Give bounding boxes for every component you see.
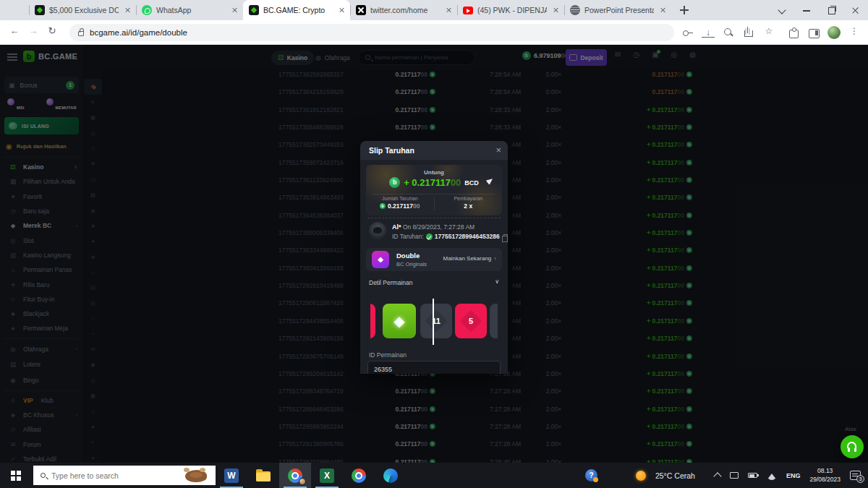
result-marker-line (433, 299, 434, 345)
taskbar-search-input[interactable] (51, 471, 160, 480)
stake-label: Jumlah Taruhan (366, 196, 434, 201)
taskbar-chrome[interactable] (343, 463, 375, 488)
minimize-button[interactable] (794, 0, 819, 20)
forward-button[interactable]: → (26, 25, 41, 36)
taskbar-edge[interactable] (375, 463, 407, 488)
reload-button[interactable]: ↻ (45, 25, 59, 36)
result-tile-dark: 11 (420, 304, 452, 338)
bcgame-promo-favicon (35, 5, 45, 15)
share-icon[interactable] (742, 26, 755, 39)
profile-avatar[interactable] (827, 26, 841, 39)
tray-expand-icon[interactable] (713, 472, 721, 480)
lock-icon (78, 31, 84, 36)
tab-close-icon[interactable] (444, 6, 453, 14)
chrome-icon (352, 468, 366, 483)
game-id-label: ID Permainan (369, 351, 407, 359)
bet-id-label: ID Taruhan: (392, 233, 424, 240)
side-panel-icon[interactable] (807, 26, 820, 39)
tab-close-icon[interactable] (337, 6, 346, 14)
tab-close-icon[interactable] (230, 6, 239, 14)
double-game-icon (372, 251, 389, 268)
game-card[interactable]: Double BC Originals Mainkan Sekarang› (366, 248, 502, 271)
extensions-icon[interactable] (787, 26, 800, 39)
chevron-down-icon[interactable]: ∨ (495, 278, 499, 285)
copy-icon[interactable] (503, 234, 508, 239)
verified-icon (426, 234, 433, 240)
weather-sun-icon (636, 471, 646, 481)
tab-title: PowerPoint Presentat (584, 6, 654, 14)
twitter-favicon (356, 5, 366, 15)
browser-menu-icon[interactable]: ⋮ (848, 26, 861, 39)
tab-close-icon[interactable] (123, 6, 132, 14)
result-tile-green-gem: ◆ (383, 304, 416, 338)
bcd-coin-icon (380, 203, 386, 209)
tab-youtube[interactable]: (45) PWK - DIPENJARA (457, 0, 564, 20)
edge-icon (383, 468, 398, 483)
bet-slip-modal: Slip Taruhan × Untung + 0.21711700 BCD J… (360, 141, 508, 374)
file-explorer-icon (256, 471, 271, 481)
tab-bcgame-promo[interactable]: $5,000 Exclusive DOU (29, 0, 136, 20)
result-tile-red-edge (370, 304, 375, 338)
play-now-link[interactable]: Mainkan Sekarang› (443, 255, 496, 262)
battery-icon[interactable] (748, 473, 757, 478)
game-details-toggle[interactable]: Detil Permainan (369, 279, 412, 286)
bookmark-star-icon[interactable]: ☆ (762, 26, 775, 39)
stake-amount: 0.21711700 (366, 202, 434, 210)
window-close-button[interactable] (843, 0, 868, 20)
search-icon (41, 473, 46, 478)
tab-title: $5,000 Exclusive DOU (49, 6, 119, 14)
restore-button[interactable] (819, 0, 843, 20)
taskbar-file-explorer[interactable] (247, 463, 279, 488)
excel-icon: X (320, 468, 334, 483)
result-tile-red: 5 (455, 304, 487, 338)
tab-close-icon[interactable] (658, 6, 667, 14)
browser-tab-strip: $5,000 Exclusive DOU WhatsApp BC.GAME: C… (0, 0, 868, 20)
tab-close-icon[interactable] (551, 6, 560, 14)
download-icon[interactable]: ↓ (702, 27, 715, 38)
tab-powerpoint[interactable]: PowerPoint Presentat (564, 0, 671, 20)
clock[interactable]: 08.1329/08/2023 (809, 467, 841, 483)
modal-header: Slip Taruhan × (360, 141, 508, 160)
tab-whatsapp[interactable]: WhatsApp (136, 0, 243, 20)
chrome-profile-avatar (299, 478, 306, 485)
result-tile-strip: ◆ 11 5 (370, 304, 498, 338)
profit-card: Untung + 0.21711700 BCD Jumlah Taruhan 0… (366, 165, 502, 215)
close-icon[interactable]: × (495, 145, 501, 155)
ox-illustration (185, 470, 207, 482)
tab-title: BC.GAME: Crypto (263, 6, 333, 14)
help-icon[interactable]: ? (585, 469, 597, 481)
user-avatar[interactable] (369, 222, 386, 239)
taskbar-excel[interactable]: X (311, 463, 343, 488)
language-indicator[interactable]: ENG (786, 472, 801, 479)
bcgame-page: b BC.GAME ▣ Bonus 1 MSI MEMUTAR ISI ULAN… (0, 45, 868, 463)
new-tab-button[interactable] (678, 4, 690, 16)
tab-title: (45) PWK - DIPENJARA (477, 6, 547, 14)
start-button[interactable] (0, 463, 33, 488)
tab-bcgame-double[interactable]: BC.GAME: Crypto (243, 0, 350, 20)
browser-toolbar: ← → ↻ bcgame.ai/id/game/double ↓ ☆ ⋮ (0, 20, 868, 45)
support-chat-button[interactable] (841, 435, 864, 458)
back-button[interactable]: ← (7, 25, 22, 36)
notification-badge: 3 (856, 475, 864, 483)
gem-icon: ◆ (383, 304, 416, 338)
word-icon: W (224, 468, 239, 483)
modal-title: Slip Taruhan (369, 146, 414, 155)
result-tile-dark-edge (490, 304, 498, 338)
chevron-right-icon: › (494, 255, 496, 262)
zoom-icon[interactable] (722, 26, 735, 39)
taskbar-word[interactable]: W (216, 463, 247, 488)
tablet-mode-icon[interactable] (730, 472, 739, 479)
action-center-icon[interactable]: 3 (850, 471, 861, 480)
powerpoint-favicon (570, 5, 580, 15)
weather-widget[interactable]: 25°C Cerah (655, 471, 695, 480)
tab-search-icon[interactable] (770, 0, 794, 20)
wifi-icon[interactable] (767, 468, 777, 480)
game-id-input[interactable] (367, 361, 501, 374)
taskbar-chrome-active[interactable] (279, 463, 311, 488)
taskbar-search[interactable] (33, 466, 216, 485)
youtube-favicon (463, 7, 473, 14)
tab-title: WhatsApp (156, 6, 226, 14)
tab-twitter[interactable]: twitter.com/home (350, 0, 457, 20)
url-bar[interactable]: bcgame.ai/id/game/double (69, 24, 674, 41)
tab-title: twitter.com/home (370, 6, 440, 14)
